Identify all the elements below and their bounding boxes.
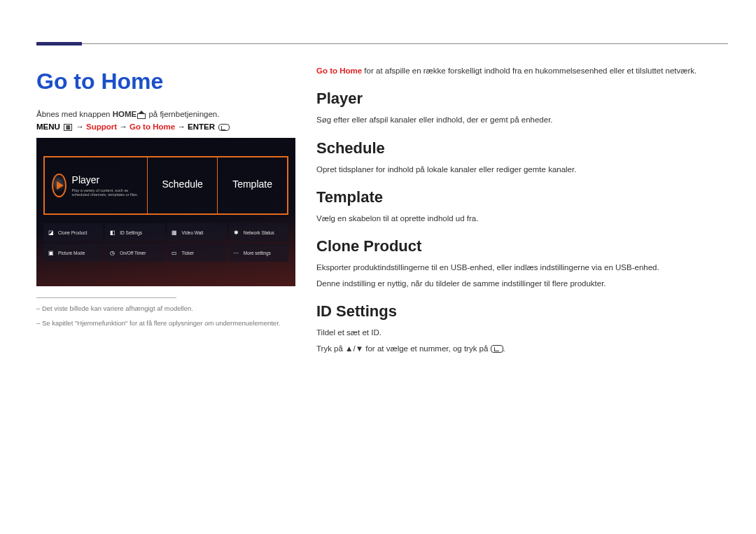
grid-icon: ▦ (171, 229, 178, 237)
body-schedule: Opret tidsplaner for indhold på lokale k… (316, 163, 727, 176)
heading-schedule: Schedule (316, 139, 727, 157)
top-note-rest: for at afspille en række forskelligt ind… (362, 66, 696, 75)
up-down-arrow-icon: ▲/▼ (345, 344, 363, 353)
body-id-2a: Tryk på (316, 344, 345, 353)
intro-prefix: Åbnes med knappen (36, 110, 113, 118)
menu-path-support: Support (86, 122, 117, 131)
menu-path-menu: MENU (36, 122, 60, 131)
enter-icon (218, 124, 230, 131)
picture-icon: ▣ (47, 249, 55, 257)
body-clone-1: Eksporter produktindstillingerne til en … (316, 261, 727, 274)
section-schedule: Schedule Opret tidsplaner for indhold på… (316, 139, 727, 176)
arrow: → (117, 122, 130, 131)
grid-label: Network Status (244, 230, 274, 235)
tile-template-label: Template (232, 178, 272, 190)
section-id-settings: ID Settings Tildel et sæt et ID. Tryk på… (316, 302, 727, 355)
menu-path: MENU ▥ → Support → Go to Home → ENTER (36, 122, 300, 131)
tile-schedule-label: Schedule (162, 178, 202, 190)
header-rule (36, 43, 728, 48)
intro-bold: HOME (113, 110, 137, 118)
top-note: Go to Home for at afspille en række fors… (316, 65, 727, 77)
page-title: Go to Home (36, 69, 300, 94)
id-icon: ◧ (108, 229, 116, 237)
left-column: Go to Home Åbnes med knappen HOME på fje… (36, 69, 300, 332)
body-id-2b: for at vælge et nummer, og tryk på (363, 344, 491, 353)
gear-icon: ✱ (232, 229, 240, 237)
clock-icon: ◷ (108, 249, 116, 257)
heading-clone: Clone Product (316, 237, 727, 255)
right-column: Go to Home for at afspille en række fors… (316, 65, 727, 367)
arrow: → (175, 122, 188, 131)
body-player: Søg efter eller afspil kanaler eller ind… (316, 113, 727, 126)
tile-row: Player Play a variety of content, such a… (43, 156, 288, 215)
tile-player[interactable]: Player Play a variety of content, such a… (45, 157, 148, 213)
grid-label: ID Settings (120, 230, 142, 235)
grid-clone-product[interactable]: ◪Clone Product (43, 223, 103, 241)
grid-label: Video Wall (182, 230, 204, 235)
home-icon (137, 111, 146, 118)
intro-text: Åbnes med knappen HOME på fjernbetjening… (36, 110, 300, 118)
grid-picture-mode[interactable]: ▣Picture Mode (43, 244, 103, 262)
square-icon: ◪ (47, 229, 55, 237)
grid-label: Ticker (182, 251, 194, 255)
header-accent (36, 42, 82, 45)
grid-label: More settings (244, 251, 271, 255)
heading-player: Player (316, 90, 727, 108)
grid-ticker[interactable]: ▭Ticker (167, 244, 227, 262)
grid-id-settings[interactable]: ◧ID Settings (105, 223, 164, 241)
grid-video-wall[interactable]: ▦Video Wall (167, 223, 227, 241)
section-template: Template Vælg en skabelon til at oprette… (316, 188, 727, 225)
heading-id: ID Settings (316, 302, 727, 321)
grid-more-settings[interactable]: ⋯More settings (229, 244, 288, 262)
grid-network-status[interactable]: ✱Network Status (229, 223, 288, 241)
section-player: Player Søg efter eller afspil kanaler el… (316, 90, 727, 126)
home-screenshot: Player Play a variety of content, such a… (36, 138, 295, 286)
enter-icon (491, 345, 503, 353)
tile-schedule[interactable]: Schedule (148, 157, 218, 213)
grid-label: On/Off Timer (120, 251, 146, 255)
section-clone-product: Clone Product Eksporter produktindstilli… (316, 237, 727, 290)
body-id-2: Tryk på ▲/▼ for at vælge et nummer, og t… (316, 342, 727, 355)
tile-template[interactable]: Template (218, 157, 287, 213)
body-template: Vælg en skabelon til at oprette indhold … (316, 212, 727, 225)
body-clone-2: Denne indstilling er nyttig, når du tild… (316, 277, 727, 290)
body-id-1: Tildel et sæt et ID. (316, 326, 727, 339)
grid-label: Clone Product (58, 230, 87, 235)
tile-player-sub: Play a variety of content, such as sched… (72, 188, 141, 197)
menu-path-gotohome: Go to Home (130, 122, 175, 131)
more-icon: ⋯ (232, 249, 240, 257)
footnote-list: Det viste billede kan variere afhængigt … (36, 304, 300, 328)
arrow: → (76, 122, 86, 131)
play-icon (52, 174, 66, 197)
footnote-rule (36, 297, 176, 298)
body-id-2c: . (503, 344, 505, 353)
grid-label: Picture Mode (58, 251, 85, 255)
tile-player-label: Player (72, 174, 141, 185)
intro-suffix: på fjernbetjeningen. (146, 110, 219, 118)
grid-onoff-timer[interactable]: ◷On/Off Timer (105, 244, 164, 262)
icon-grid: ◪Clone Product ◧ID Settings ▦Video Wall … (43, 223, 288, 262)
ticker-icon: ▭ (171, 249, 178, 257)
menu-grid-icon: ▥ (64, 124, 72, 131)
menu-path-enter: ENTER (188, 122, 215, 131)
top-note-highlight: Go to Home (316, 66, 362, 75)
footnote: Det viste billede kan variere afhængigt … (36, 304, 300, 314)
footnote: Se kapitlet "Hjemmefunktion" for at få f… (36, 318, 300, 328)
heading-template: Template (316, 188, 727, 206)
